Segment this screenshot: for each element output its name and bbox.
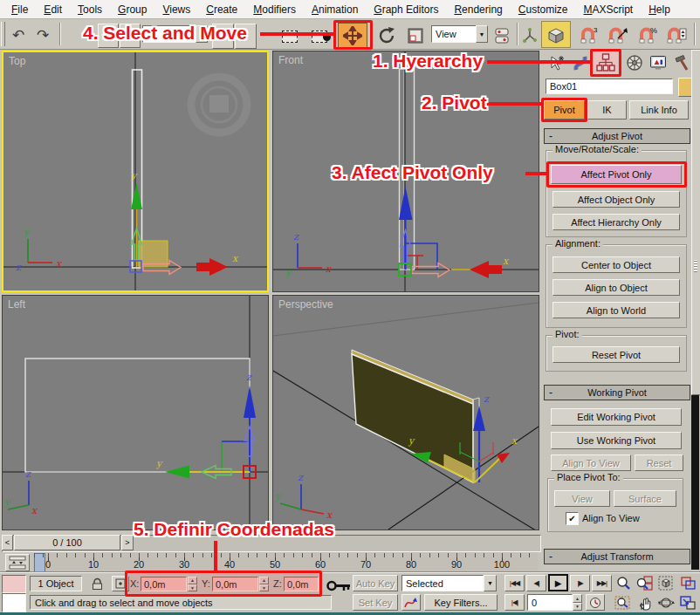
x-coordinate-field[interactable]: 0,0m [141, 577, 187, 591]
place-pivot-view-button[interactable]: View [554, 490, 610, 507]
menu-tools[interactable]: Tools [70, 1, 110, 18]
link-info-tab-button[interactable]: Link Info [629, 100, 689, 120]
coord-system-arrow[interactable]: ▼ [476, 25, 488, 43]
tab-motion[interactable] [623, 51, 646, 74]
open-mini-curve-editor-button[interactable] [5, 554, 30, 571]
menu-file[interactable]: File [3, 1, 36, 18]
time-slider-next-button[interactable]: > [121, 535, 134, 550]
zoom-all-button[interactable] [635, 574, 655, 591]
track-bar-ruler[interactable]: 0 10 20 30 40 50 60 70 80 90 100 [33, 552, 538, 573]
object-name-field[interactable]: Box01 [546, 79, 673, 94]
current-frame-field[interactable]: 0 [527, 594, 573, 611]
edit-working-pivot-button[interactable]: Edit Working Pivot [551, 408, 682, 426]
align-to-world-button[interactable]: Align to World [552, 302, 680, 318]
time-slider-thumb[interactable]: 0 / 100 [14, 535, 120, 550]
menu-graph-editors[interactable]: Graph Editors [366, 1, 446, 18]
key-mode-toggle-button[interactable]: |◀| [504, 594, 525, 611]
menu-create[interactable]: Create [198, 1, 245, 18]
spinner-snap-toggle-button[interactable] [663, 23, 690, 48]
y-coordinate-spinner[interactable]: ▲▼ [259, 577, 269, 591]
use-pivot-point-center-button[interactable] [491, 24, 513, 47]
time-configuration-button[interactable] [586, 594, 605, 611]
menu-customize[interactable]: Customize [511, 1, 576, 18]
reference-coordinate-system-dropdown[interactable]: View [431, 25, 480, 43]
menu-maxscript[interactable]: MAXScript [576, 1, 642, 18]
window-crossing-toggle-button[interactable] [307, 24, 332, 48]
panel-scrollbar-thumb[interactable] [691, 50, 700, 395]
default-in-out-tangent-button[interactable] [401, 594, 421, 611]
current-frame-marker[interactable] [34, 553, 45, 573]
key-filters-button[interactable]: Key Filters... [424, 594, 498, 611]
pivot-tab-button[interactable]: Pivot [544, 100, 585, 120]
affect-object-only-button[interactable]: Affect Object Only [552, 191, 680, 208]
place-pivot-surface-button[interactable]: Surface [614, 490, 676, 507]
key-filter-set-dropdown[interactable]: Selected [401, 575, 484, 591]
tab-hierarchy[interactable] [594, 51, 618, 74]
select-and-move-button[interactable] [338, 23, 367, 48]
toolbar-grip[interactable] [1, 22, 5, 46]
percent-snap-toggle-button[interactable]: % [635, 23, 660, 48]
center-to-object-button[interactable]: Center to Object [552, 256, 680, 273]
menu-animation[interactable]: Animation [304, 1, 366, 18]
go-to-end-button[interactable]: ▶▶| [592, 575, 612, 591]
absolute-offset-mode-toggle[interactable] [112, 576, 129, 591]
menu-modifiers[interactable]: Modifiers [245, 1, 304, 18]
pan-view-button[interactable] [635, 594, 655, 612]
angle-snap-toggle-button[interactable] [605, 23, 631, 48]
viewport-left-label[interactable]: Left [8, 298, 25, 311]
adjust-transform-rollout-header[interactable]: -Adjust Transform [544, 549, 690, 564]
use-working-pivot-button[interactable]: Use Working Pivot [551, 432, 682, 449]
reset-pivot-button[interactable]: Reset Pivot [552, 346, 680, 363]
zoom-region-button[interactable] [613, 594, 633, 612]
previous-frame-button[interactable]: ◀| [526, 575, 546, 591]
menu-views[interactable]: Views [154, 1, 198, 18]
affect-hierarchy-only-button[interactable]: Affect Hierarchy Only [552, 214, 680, 230]
select-and-rotate-button[interactable] [374, 23, 400, 48]
working-pivot-rollout-header[interactable]: -Working Pivot [544, 385, 690, 400]
go-to-start-button[interactable]: |◀◀ [504, 575, 525, 591]
menu-rendering[interactable]: Rendering [446, 1, 510, 18]
z-coordinate-field[interactable]: 0,0m [284, 577, 319, 591]
arc-rotate-button[interactable] [656, 594, 676, 612]
x-coordinate-spinner[interactable]: ▲▼ [188, 577, 197, 591]
tab-utilities[interactable] [670, 51, 693, 74]
time-slider-prev-button[interactable]: < [2, 535, 13, 550]
menu-edit[interactable]: Edit [36, 1, 70, 18]
viewport-left[interactable]: y z z y x Left [2, 295, 269, 530]
next-frame-button[interactable]: |▶ [570, 575, 590, 591]
select-and-manipulate-button[interactable] [520, 24, 539, 47]
adjust-pivot-rollout-header[interactable]: -Adjust Pivot [544, 128, 690, 144]
align-to-object-button[interactable]: Align to Object [552, 279, 680, 296]
rectangular-selection-region-button[interactable] [278, 24, 302, 48]
zoom-extents-button[interactable] [656, 574, 676, 591]
zoom-extents-all-button[interactable] [678, 574, 698, 591]
menu-help[interactable]: Help [641, 1, 678, 18]
align-to-view-checkbox[interactable]: ✔ [566, 512, 579, 525]
snap-toggle-3d-button[interactable]: 3 [576, 23, 600, 48]
viewport-top-label[interactable]: Top [9, 55, 25, 67]
maxscript-mini-listener-pink[interactable] [2, 575, 26, 593]
zoom-button[interactable] [613, 574, 633, 591]
viewport-perspective-label[interactable]: Perspective [278, 298, 333, 311]
viewport-top[interactable]: x y y x z Top [2, 51, 269, 292]
snaps-toggle-button[interactable] [541, 21, 571, 48]
ik-tab-button[interactable]: IK [587, 100, 627, 120]
tab-modify[interactable] [569, 51, 592, 74]
key-filter-set-arrow[interactable]: ▼ [484, 575, 497, 591]
current-frame-spinner[interactable]: ▲▼ [573, 594, 582, 611]
auto-key-button[interactable]: Auto Key [353, 575, 398, 591]
undo-button[interactable]: ↶ [7, 23, 30, 47]
maximize-viewport-toggle-button[interactable] [678, 594, 698, 612]
maxscript-mini-listener-white[interactable] [2, 593, 26, 612]
viewport-front-label[interactable]: Front [278, 54, 303, 66]
menu-group[interactable]: Group [110, 1, 154, 18]
selection-lock-toggle[interactable] [87, 576, 106, 591]
affect-pivot-only-button[interactable]: Affect Pivot Only [551, 165, 682, 184]
tab-create[interactable] [546, 51, 568, 74]
play-animation-button[interactable]: ▶ [548, 574, 568, 591]
viewport-perspective[interactable]: z y x z y x Perspective [272, 295, 539, 530]
reset-working-pivot-button[interactable]: Reset [635, 454, 683, 471]
y-coordinate-field[interactable]: 0,0m [212, 577, 258, 591]
align-to-view-button[interactable]: Align To View [551, 454, 631, 471]
redo-button[interactable]: ↷ [31, 23, 54, 47]
